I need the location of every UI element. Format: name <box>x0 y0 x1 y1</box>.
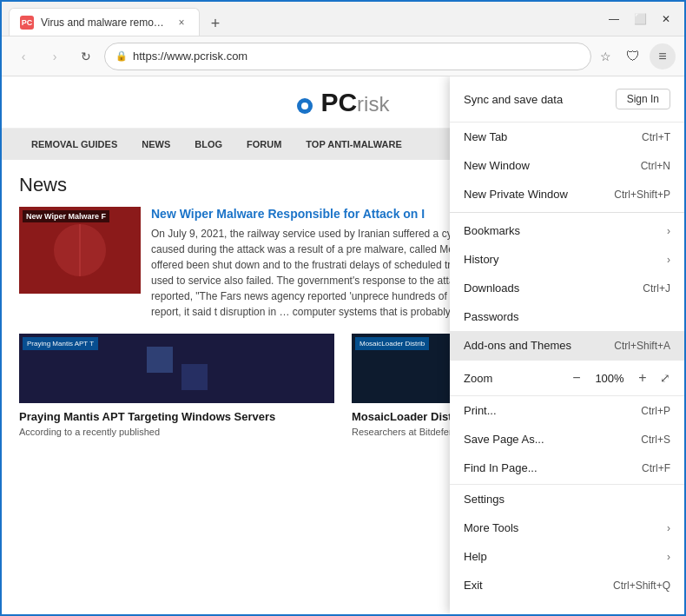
menu-help-label: Help <box>464 550 487 563</box>
nav-forum[interactable]: FORUM <box>234 129 294 160</box>
menu-print[interactable]: Print... Ctrl+P <box>450 396 684 425</box>
webpage: PCrisk REMOVAL GUIDES NEWS BLOG FORUM TO… <box>2 76 684 614</box>
address-bar: ‹ › ↻ 🔒 https://www.pcrisk.com ☆ 🛡 ≡ <box>2 36 684 76</box>
nav-removal-guides[interactable]: REMOVAL GUIDES <box>19 129 129 160</box>
browser-window: PC Virus and malware removal inst… × + —… <box>0 0 686 616</box>
browser-tab[interactable]: PC Virus and malware removal inst… × <box>9 8 200 36</box>
menu-bottom-items: Print... Ctrl+P Save Page As... Ctrl+S F… <box>450 396 684 482</box>
nav-news[interactable]: NEWS <box>129 129 182 160</box>
menu-passwords[interactable]: Passwords <box>450 302 684 331</box>
menu-new-window-shortcut: Ctrl+N <box>641 160 670 172</box>
card-1-title[interactable]: Praying Mantis APT Targeting Windows Ser… <box>19 410 334 423</box>
card-2-thumb-label: MosaicLoader Distrib <box>355 337 429 350</box>
menu-new-private-window-shortcut: Ctrl+Shift+P <box>614 189 670 201</box>
menu-divider-1 <box>450 212 684 213</box>
menu-save-page-label: Save Page As... <box>464 433 544 446</box>
menu-print-shortcut: Ctrl+P <box>641 405 670 417</box>
card-1-text: According to a recently published <box>19 427 334 437</box>
menu-items-section: New Tab Ctrl+T New Window Ctrl+N New Pri… <box>450 123 684 360</box>
url-bar[interactable]: 🔒 https://www.pcrisk.com <box>104 43 591 70</box>
menu-settings[interactable]: Settings <box>450 485 684 513</box>
menu-bookmarks[interactable]: Bookmarks › <box>450 216 684 245</box>
menu-history-label: History <box>464 253 498 266</box>
menu-find-in-page-shortcut: Ctrl+F <box>642 462 670 474</box>
nav-top-anti-malware[interactable]: TOP ANTI-MALWARE <box>294 129 413 160</box>
bookmark-star-button[interactable]: ☆ <box>597 46 615 67</box>
menu-exit-shortcut: Ctrl+Shift+Q <box>613 580 670 592</box>
url-text: https://www.pcrisk.com <box>133 50 580 63</box>
menu-save-page[interactable]: Save Page As... Ctrl+S <box>450 425 684 454</box>
shield-button[interactable]: 🛡 <box>620 43 646 70</box>
maximize-button[interactable]: ⬜ <box>629 8 651 30</box>
refresh-button[interactable]: ↻ <box>73 43 99 70</box>
menu-new-private-window[interactable]: New Private Window Ctrl+Shift+P <box>450 180 684 209</box>
toolbar-icons: 🛡 ≡ <box>620 43 676 70</box>
menu-bookmarks-arrow: › <box>667 225 670 237</box>
menu-save-page-shortcut: Ctrl+S <box>641 434 670 446</box>
zoom-out-button[interactable]: − <box>566 368 587 388</box>
logo-risk: risk <box>357 92 389 116</box>
menu-sync-section: Sync and save data Sign In <box>450 76 684 123</box>
menu-addons-label: Add-ons and Themes <box>464 339 571 352</box>
tab-close-button[interactable]: × <box>175 16 188 30</box>
site-logo: PCrisk <box>297 88 390 117</box>
tab-favicon: PC <box>20 16 34 30</box>
sync-label: Sync and save data <box>464 93 563 106</box>
menu-more-tools[interactable]: More Tools › <box>450 513 684 542</box>
menu-new-window[interactable]: New Window Ctrl+N <box>450 151 684 180</box>
zoom-label: Zoom <box>464 372 492 385</box>
zoom-controls: − 100% + ⤢ <box>566 368 670 388</box>
menu-help-arrow: › <box>667 551 670 563</box>
menu-new-tab[interactable]: New Tab Ctrl+T <box>450 123 684 151</box>
security-icon: 🔒 <box>115 50 128 62</box>
svg-rect-3 <box>181 364 208 390</box>
menu-new-window-label: New Window <box>464 159 530 172</box>
zoom-in-button[interactable]: + <box>632 368 653 388</box>
tab-title: Virus and malware removal inst… <box>41 17 168 29</box>
menu-new-tab-label: New Tab <box>464 130 507 143</box>
news-card-1: Praying Mantis APT T Praying Mantis APT … <box>19 334 334 437</box>
card-1-thumbnail: Praying Mantis APT T <box>19 334 334 403</box>
menu-addons-themes[interactable]: Add-ons and Themes Ctrl+Shift+A <box>450 331 684 360</box>
menu-bookmarks-label: Bookmarks <box>464 224 520 237</box>
menu-exit[interactable]: Exit Ctrl+Shift+Q <box>450 571 684 599</box>
back-button[interactable]: ‹ <box>10 43 36 70</box>
browser-menu: Sync and save data Sign In New Tab Ctrl+… <box>450 76 684 614</box>
menu-print-label: Print... <box>464 404 497 417</box>
menu-find-in-page-label: Find In Page... <box>464 461 538 474</box>
zoom-expand-button[interactable]: ⤢ <box>660 371 670 385</box>
new-tab-button[interactable]: + <box>203 11 228 36</box>
menu-downloads[interactable]: Downloads Ctrl+J <box>450 274 684 302</box>
window-controls: — ⬜ ✕ <box>603 8 677 30</box>
menu-passwords-label: Passwords <box>464 310 519 323</box>
main-news-thumbnail: New Wiper Malware F <box>19 207 141 294</box>
menu-downloads-label: Downloads <box>464 282 519 295</box>
menu-zoom-row: Zoom − 100% + ⤢ <box>450 360 684 396</box>
close-button[interactable]: ✕ <box>655 8 677 30</box>
menu-settings-section: Settings More Tools › Help › Exit Ctrl+S… <box>450 484 684 599</box>
menu-more-tools-label: More Tools <box>464 521 518 534</box>
forward-button[interactable]: › <box>42 43 68 70</box>
menu-scroll: New Tab Ctrl+T New Window Ctrl+N New Pri… <box>450 123 684 614</box>
sign-in-button[interactable]: Sign In <box>616 89 670 109</box>
menu-new-tab-shortcut: Ctrl+T <box>642 131 670 143</box>
menu-history[interactable]: History › <box>450 245 684 274</box>
menu-downloads-shortcut: Ctrl+J <box>643 282 670 295</box>
logo-pc: PC <box>320 88 357 116</box>
menu-new-private-window-label: New Private Window <box>464 188 568 201</box>
minimize-button[interactable]: — <box>603 8 625 30</box>
svg-rect-2 <box>147 347 173 373</box>
zoom-value: 100% <box>594 372 625 385</box>
menu-history-arrow: › <box>667 254 670 266</box>
menu-button[interactable]: ≡ <box>650 43 676 70</box>
title-bar: PC Virus and malware removal inst… × + —… <box>2 2 684 36</box>
menu-find-in-page[interactable]: Find In Page... Ctrl+F <box>450 454 684 482</box>
card-1-thumb-label: Praying Mantis APT T <box>23 337 98 350</box>
menu-addons-shortcut: Ctrl+Shift+A <box>614 340 670 352</box>
nav-blog[interactable]: BLOG <box>182 129 234 160</box>
menu-exit-label: Exit <box>464 579 483 592</box>
menu-more-tools-arrow: › <box>667 522 670 534</box>
tab-area: PC Virus and malware removal inst… × + <box>9 2 597 36</box>
menu-settings-label: Settings <box>464 493 505 506</box>
menu-help[interactable]: Help › <box>450 542 684 571</box>
